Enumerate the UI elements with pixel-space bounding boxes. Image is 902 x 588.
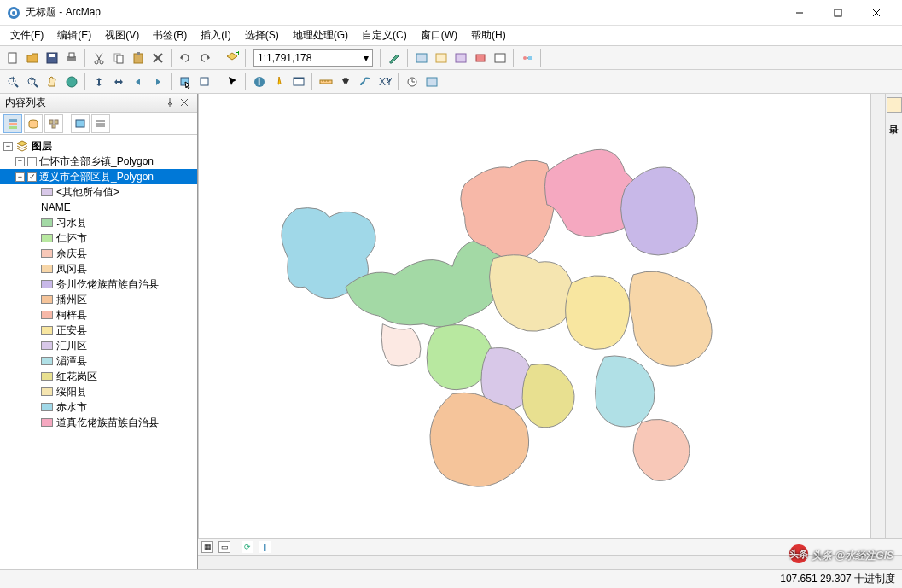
layer-checkbox[interactable] (27, 157, 37, 166)
maximize-button[interactable] (818, 1, 857, 25)
class-row[interactable]: 湄潭县 (0, 353, 197, 369)
catalog-icon[interactable] (432, 49, 451, 67)
toc-close-icon[interactable] (180, 97, 192, 109)
menu-edit[interactable]: 编辑(E) (50, 26, 98, 44)
select-features-icon[interactable] (176, 73, 195, 91)
catalog-dock-icon[interactable] (887, 97, 902, 113)
class-label: 务川仡佬族苗族自治县 (56, 277, 159, 292)
toc-icon[interactable] (412, 49, 431, 67)
menu-view[interactable]: 视图(V) (98, 26, 146, 44)
layer-row-2[interactable]: − 遵义市全部区县_Polygon (0, 169, 197, 184)
menu-file[interactable]: 文件(F) (3, 26, 50, 44)
zoom-out-icon[interactable]: − (23, 73, 42, 91)
model-builder-icon[interactable] (518, 49, 537, 67)
redo-icon[interactable] (195, 49, 214, 67)
copy-icon[interactable] (109, 49, 128, 67)
fixed-zoom-out-icon[interactable] (109, 73, 128, 91)
minimize-button[interactable] (780, 1, 818, 25)
menu-customize[interactable]: 自定义(C) (355, 26, 414, 44)
catalog-dock-label[interactable]: 目录 (887, 114, 900, 121)
search-window-icon[interactable] (451, 49, 470, 67)
menu-geoprocessing[interactable]: 地理处理(G) (286, 26, 355, 44)
go-back-icon[interactable] (129, 73, 148, 91)
class-row[interactable]: 凤冈县 (0, 261, 197, 277)
add-data-icon[interactable]: + (223, 49, 242, 67)
horizontal-scrollbar[interactable] (198, 555, 902, 569)
measure-icon[interactable] (317, 73, 335, 91)
clear-selection-icon[interactable] (195, 73, 214, 91)
class-label: 绥阳县 (56, 385, 87, 399)
select-elements-icon[interactable] (223, 73, 242, 91)
scale-combo[interactable]: 1:1,791,178 ▾ (253, 49, 373, 67)
class-row[interactable]: 道真仡佬族苗族自治县 (0, 415, 197, 430)
create-viewer-icon[interactable] (422, 73, 441, 91)
class-row[interactable]: 绥阳县 (0, 384, 197, 399)
collapse-icon[interactable]: − (15, 172, 25, 182)
delete-icon[interactable] (148, 49, 167, 67)
identify-icon[interactable]: i (250, 73, 269, 91)
list-by-visibility-icon[interactable] (44, 114, 63, 133)
data-view-icon[interactable]: ▦ (201, 541, 213, 553)
save-icon[interactable] (43, 49, 61, 67)
layer-row-1[interactable]: + 仁怀市全部乡镇_Polygon (0, 154, 197, 169)
pin-icon[interactable] (165, 97, 177, 109)
go-to-xy-icon[interactable]: XY (375, 73, 394, 91)
class-row[interactable]: 汇川区 (0, 338, 197, 353)
menu-windows[interactable]: 窗口(W) (414, 26, 464, 44)
toc-root-layers[interactable]: − 图层 (0, 138, 197, 154)
html-popup-icon[interactable] (289, 73, 308, 91)
class-row[interactable]: 桐梓县 (0, 307, 197, 323)
layers-icon (15, 140, 29, 152)
editor-toolbar-icon[interactable] (385, 49, 404, 67)
new-document-icon[interactable] (3, 49, 22, 67)
cut-icon[interactable] (90, 49, 108, 67)
find-icon[interactable] (336, 73, 355, 91)
toc-tree[interactable]: − 图层 + 仁怀市全部乡镇_Polygon − 遵义市全部区县_Polygon… (0, 135, 197, 569)
undo-icon[interactable] (176, 49, 195, 67)
layout-view-icon[interactable]: ▭ (218, 541, 230, 553)
class-row[interactable]: 红花岗区 (0, 369, 197, 384)
class-row[interactable]: 务川仡佬族苗族自治县 (0, 277, 197, 292)
menu-insert[interactable]: 插入(I) (194, 26, 237, 44)
refresh-icon[interactable]: ⟳ (242, 541, 253, 553)
layer-checkbox[interactable] (27, 172, 37, 182)
expand-icon[interactable]: + (15, 157, 25, 166)
pause-draw-icon[interactable]: ‖ (259, 541, 271, 553)
time-slider-icon[interactable] (403, 73, 422, 91)
paste-icon[interactable] (129, 49, 148, 67)
list-by-selection-icon[interactable] (71, 114, 90, 133)
menu-selection[interactable]: 选择(S) (238, 26, 286, 44)
class-row[interactable]: 仁怀市 (0, 230, 197, 246)
other-values-row[interactable]: <其他所有值> (0, 184, 197, 200)
collapse-icon[interactable]: − (3, 142, 13, 151)
hyperlink-icon[interactable] (270, 73, 288, 91)
class-row[interactable]: 播州区 (0, 292, 197, 307)
pan-icon[interactable] (43, 73, 61, 91)
open-icon[interactable] (23, 49, 42, 67)
map-svg (199, 94, 870, 538)
find-route-icon[interactable] (356, 73, 375, 91)
arctoolbox-icon[interactable] (471, 49, 490, 67)
go-forward-icon[interactable] (148, 73, 167, 91)
zoom-in-icon[interactable]: + (3, 73, 22, 91)
options-icon[interactable] (91, 114, 110, 133)
class-row[interactable]: 正安县 (0, 323, 197, 338)
vertical-scrollbar[interactable] (870, 94, 885, 538)
python-icon[interactable] (491, 49, 509, 67)
close-button[interactable] (857, 1, 895, 25)
titlebar: 无标题 - ArcMap (0, 0, 902, 26)
class-row[interactable]: 余庆县 (0, 246, 197, 261)
full-extent-icon[interactable] (62, 73, 81, 91)
list-by-drawing-icon[interactable] (3, 114, 22, 133)
list-by-source-icon[interactable] (24, 114, 43, 133)
print-icon[interactable] (62, 49, 81, 67)
class-swatch (41, 341, 53, 350)
menu-help[interactable]: 帮助(H) (464, 26, 513, 44)
fixed-zoom-in-icon[interactable] (90, 73, 108, 91)
menu-bookmarks[interactable]: 书签(B) (146, 26, 194, 44)
map-canvas[interactable] (198, 94, 870, 538)
class-row[interactable]: 赤水市 (0, 399, 197, 415)
svg-rect-39 (201, 78, 208, 85)
field-heading-row[interactable]: NAME (0, 200, 197, 215)
class-row[interactable]: 习水县 (0, 215, 197, 230)
